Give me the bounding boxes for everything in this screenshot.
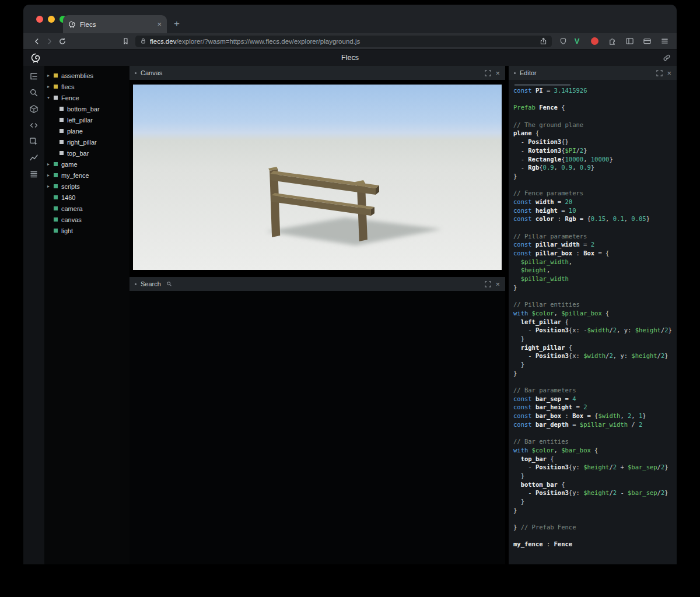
share-icon[interactable] [540, 37, 547, 45]
address-bar[interactable]: flecs.dev/explorer/?wasm=https://www.fle… [135, 36, 552, 47]
tree-item-label: bottom_bar [67, 106, 100, 113]
tree-item-assemblies[interactable]: ▸assemblies [44, 70, 130, 81]
code-line: - Rotation3{$PI/2} [513, 146, 672, 155]
tree-item-left_pillar[interactable]: left_pillar [44, 114, 130, 125]
entity-kind-icon [54, 96, 58, 100]
tree-item-label: Fence [61, 94, 79, 101]
reload-button[interactable] [56, 35, 69, 48]
extensions-puzzle-icon[interactable] [607, 36, 617, 47]
search-icon[interactable] [28, 87, 40, 99]
code-icon[interactable] [28, 120, 40, 131]
entity-kind-icon [60, 151, 64, 155]
flecs-favicon-icon [68, 20, 76, 28]
code-line: const bar_sep = 4 [513, 395, 672, 403]
inspector-icon[interactable] [28, 136, 40, 148]
app-header: Flecs [23, 49, 677, 65]
tree-item-camera[interactable]: camera [44, 203, 130, 214]
tree-item-label: my_fence [61, 172, 89, 179]
lock-icon [140, 38, 146, 44]
chevron-right-icon[interactable]: ▸ [47, 84, 54, 89]
code-line: - Position3{x: $width/2, y: $height/2} [513, 352, 672, 360]
code-editor[interactable]: const PI = 3.1415926 Prefab Fence { // T… [509, 80, 677, 564]
code-line: const bar_depth = $pillar_width / 2 [513, 420, 672, 429]
chevron-right-icon[interactable]: ▸ [47, 73, 54, 78]
code-line: // Pillar entities [513, 300, 672, 309]
code-line: // Fence parameters [513, 189, 672, 198]
chevron-right-icon[interactable]: ▸ [47, 184, 54, 189]
new-tab-button[interactable]: + [170, 17, 183, 30]
tree-item-plane[interactable]: plane [44, 125, 130, 136]
tree-item-label: assemblies [61, 72, 93, 79]
shield-icon[interactable] [556, 35, 569, 48]
code-line: // Bar parameters [513, 386, 672, 395]
window-minimize-button[interactable] [48, 16, 55, 23]
expand-icon[interactable] [656, 70, 663, 76]
code-line: } [513, 283, 672, 292]
code-line: const width = 20 [513, 198, 672, 206]
chevron-down-icon[interactable]: ▾ [47, 95, 54, 100]
tree-item-light[interactable]: light [44, 225, 130, 236]
code-line: $height, [513, 266, 672, 275]
close-icon[interactable]: × [495, 69, 500, 77]
code-line: - Position3{y: $height/2 + $bar_sep/2} [513, 463, 672, 472]
cube-icon[interactable] [28, 103, 40, 115]
window-close-button[interactable] [36, 16, 43, 23]
canvas-body [130, 80, 505, 275]
tree-item-game[interactable]: ▸game [44, 159, 130, 170]
adblock-extension-icon[interactable] [589, 36, 600, 47]
tree-item-label: plane [67, 128, 83, 135]
code-line: } [513, 369, 672, 378]
code-line [513, 223, 672, 232]
share-link-icon[interactable] [663, 54, 671, 64]
tool-sidebar [23, 66, 44, 564]
rows-icon[interactable] [28, 168, 40, 180]
code-line: - Rgb{0.9, 0.9, 0.9} [513, 163, 672, 172]
back-button[interactable] [30, 35, 43, 48]
sidebar-toggle-icon[interactable] [624, 36, 635, 47]
menu-icon[interactable] [659, 36, 670, 47]
tree-item-right_pillar[interactable]: right_pillar [44, 136, 130, 148]
code-line [513, 292, 672, 301]
tree-item-Fence[interactable]: ▾Fence [44, 92, 130, 103]
vimium-extension-icon[interactable]: V [572, 36, 582, 47]
scene-3d-view[interactable] [133, 85, 502, 270]
hierarchy-icon[interactable] [28, 71, 40, 82]
code-line: } [513, 360, 672, 369]
code-line: const PI = 3.1415926 [513, 86, 672, 95]
panel-dot-icon [135, 283, 136, 285]
forward-button[interactable] [43, 35, 56, 48]
entity-kind-icon [54, 206, 58, 210]
expand-icon[interactable] [485, 281, 491, 287]
tab-close-icon[interactable]: × [157, 20, 162, 28]
editor-code: const PI = 3.1415926 Prefab Fence { // T… [513, 86, 672, 549]
chart-icon[interactable] [28, 152, 40, 164]
code-line: plane { [513, 129, 672, 138]
code-line: // The ground plane [513, 121, 672, 129]
code-line: // Bar entities [513, 437, 672, 446]
close-icon[interactable]: × [495, 280, 500, 288]
code-line: right_pillar { [513, 343, 672, 352]
code-line: $pillar_width, [513, 258, 672, 266]
bookmark-icon[interactable] [119, 35, 132, 48]
fence-render [133, 85, 502, 270]
main-area: ▸assemblies▸flecs▾Fencebottom_barleft_pi… [23, 66, 677, 564]
tree-item-label: light [61, 227, 73, 234]
chevron-right-icon[interactable]: ▸ [47, 161, 54, 167]
code-line [513, 514, 672, 523]
tree-item-1460[interactable]: 1460 [44, 192, 130, 203]
tree-item-my_fence[interactable]: ▸my_fence [44, 170, 130, 181]
browser-tab[interactable]: Flecs × [63, 15, 167, 33]
code-line [513, 532, 672, 540]
code-line: } [513, 506, 672, 515]
tree-item-top_bar[interactable]: top_bar [44, 148, 130, 159]
tree-item-canvas[interactable]: canvas [44, 214, 130, 225]
wallet-icon[interactable] [642, 36, 652, 47]
chevron-right-icon[interactable]: ▸ [47, 173, 54, 178]
tree-item-scripts[interactable]: ▸scripts [44, 181, 130, 192]
search-results-area[interactable] [130, 291, 505, 564]
tree-item-flecs[interactable]: ▸flecs [44, 81, 130, 92]
tree-item-bottom_bar[interactable]: bottom_bar [44, 103, 130, 114]
expand-icon[interactable] [485, 70, 491, 76]
close-icon[interactable]: × [667, 69, 671, 77]
code-line [513, 181, 672, 189]
